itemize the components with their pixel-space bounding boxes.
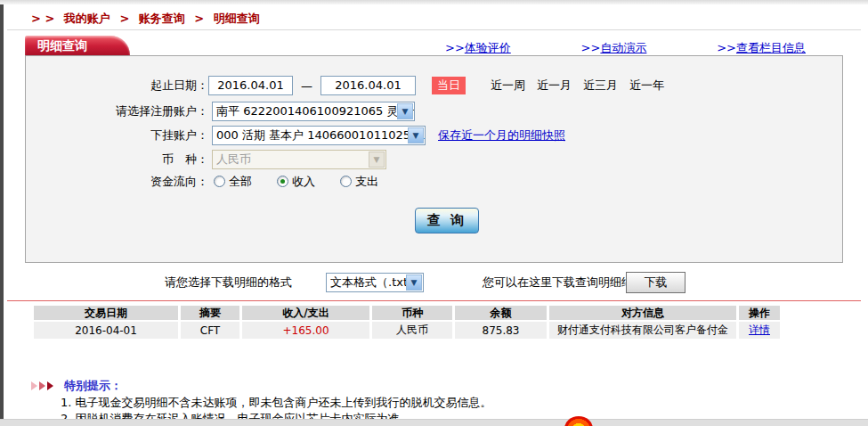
link-prefix: >> [717,41,736,54]
link-label: 自动演示 [600,41,646,54]
special-notice-title: 特别提示： [64,378,122,394]
radio-checked-icon[interactable] [277,176,288,187]
quick-range-options: 近一周 近一月 近三月 近一年 [491,78,664,94]
breadcrumb-separator: > [194,12,204,25]
header-date: 交易日期 [34,306,178,320]
quick-range-today-button[interactable]: 当日 [432,77,466,94]
quick-range-quarter[interactable]: 近三月 [583,78,618,94]
breadcrumb-divider [7,29,861,30]
flow-all-label: 全部 [229,175,252,188]
flow-option-income[interactable]: 收入 [277,174,315,190]
left-border-strip [0,4,4,419]
header-counterparty: 对方信息 [549,306,736,320]
header-links: >>体验评价 >>自动演示 >>查看栏目信息 [445,40,806,56]
download-button[interactable]: 下载 [626,272,685,293]
register-account-value: 南平 6222001406100921065 灵通卡 [216,103,415,119]
flow-income-label: 收入 [292,175,315,188]
flow-expense-label: 支出 [355,175,378,188]
top-border-band [0,0,868,4]
header-currency: 币种 [372,306,452,320]
view-column-info-link[interactable]: >>查看栏目信息 [717,40,806,56]
date-from-input[interactable]: 2016.04.01 [208,76,293,95]
query-form-panel: 起止日期： 2016.04.01 — 2016.04.01 当日 近一周 近一月… [25,55,843,263]
table-header-row: 交易日期 摘要 收入/支出 币种 余额 对方信息 操作 [34,306,783,320]
triangle-arrow-icon [39,381,45,390]
special-notice-header: 特别提示： [31,378,122,394]
table-row: 2016-04-01 CFT +165.00 人民币 875.83 财付通支付科… [34,322,783,339]
date-to-input[interactable]: 2016.04.01 [320,76,416,95]
flow-option-all[interactable]: 全部 [214,174,252,190]
link-label: 查看栏目信息 [736,41,806,54]
breadcrumb-prefix: > > [31,12,54,25]
download-format-select[interactable]: 文本格式（.txt） ▼ [326,273,424,292]
link-prefix: >> [445,41,465,54]
radio-unchecked-icon[interactable] [214,176,225,187]
date-separator: — [301,79,312,93]
cell-currency: 人民币 [372,322,452,339]
cell-counterparty: 财付通支付科技有限公司客户备付金 [549,322,736,339]
bottom-border-strip [0,419,868,426]
cell-summary: CFT [181,322,239,339]
download-format-label: 请您选择下载明细的格式 [165,274,292,291]
currency-label: 币 种： [26,152,208,168]
fund-flow-row: 资金流向： 全部 收入 支出 [26,174,842,190]
link-label: 体验评价 [465,41,511,54]
register-account-label: 请选择注册账户： [26,103,208,119]
query-button[interactable]: 查 询 [415,208,479,233]
cell-amount: +165.00 [242,322,369,339]
register-account-row: 请选择注册账户： 南平 6222001406100921065 灵通卡 ▼ [26,102,842,121]
currency-value: 人民币 [216,152,251,168]
link-prefix: >> [581,41,601,54]
radio-unchecked-icon[interactable] [340,176,352,187]
cell-date: 2016-04-01 [34,322,178,339]
sub-account-label: 下挂账户： [26,127,208,143]
chevron-down-icon: ▼ [369,152,385,168]
breadcrumb-separator: > [119,12,129,25]
header-balance: 余额 [455,306,547,320]
download-hint: 您可以在这里下载查询明细结果 [483,274,645,291]
flame-logo-icon[interactable] [564,416,593,426]
tab-detail-query: 明细查询 [25,36,130,56]
download-row: 请您选择下载明细的格式 文本格式（.txt） ▼ 您可以在这里下载查询明细结果 … [0,272,868,293]
sub-account-select[interactable]: 000 活期 基本户 1406600101102571848 ▼ [212,126,426,145]
fund-flow-label: 资金流向： [26,174,208,190]
save-snapshot-link[interactable]: 保存近一个月的明细快照 [438,127,565,143]
header-amount: 收入/支出 [242,306,369,320]
sub-account-value: 000 活期 基本户 1406600101102571848 [216,127,426,143]
sub-account-row: 下挂账户： 000 活期 基本户 1406600101102571848 ▼ 保… [26,126,842,145]
chevron-down-icon[interactable]: ▼ [397,103,413,119]
breadcrumb-item-account-query[interactable]: 账务查询 [139,12,185,25]
chevron-down-icon[interactable]: ▼ [408,127,424,143]
currency-row: 币 种： 人民币 ▼ [26,150,842,169]
auto-demo-link[interactable]: >>自动演示 [581,40,647,56]
section-divider-red [7,300,861,301]
date-range-row: 起止日期： 2016.04.01 — 2016.04.01 当日 近一周 近一月… [26,76,842,95]
date-range-label: 起止日期： [26,78,208,94]
detail-link[interactable]: 详情 [749,323,770,338]
breadcrumb: > > 我的账户 > 账务查询 > 明细查询 [31,11,260,27]
breadcrumb-item-my-account[interactable]: 我的账户 [64,12,110,25]
notice-line-1: 1. 电子现金交易明细不含未达账项，即未包含商户还未上传到我行的脱机交易信息。 [61,395,492,411]
cell-balance: 875.83 [455,322,547,339]
breadcrumb-item-detail-query: 明细查询 [214,12,260,25]
experience-feedback-link[interactable]: >>体验评价 [445,40,511,56]
header-summary: 摘要 [181,306,239,320]
quick-range-month[interactable]: 近一月 [537,78,572,94]
chevron-down-icon[interactable]: ▼ [406,274,422,291]
triangle-arrow-icon [31,381,37,390]
quick-range-week[interactable]: 近一周 [491,78,525,94]
header-action: 操作 [739,306,780,320]
currency-select: 人民币 ▼ [212,150,386,169]
triangle-arrow-icon [47,381,53,390]
transaction-table: 交易日期 摘要 收入/支出 币种 余额 对方信息 操作 2016-04-01 C… [34,306,783,339]
flow-option-expense[interactable]: 支出 [340,174,378,190]
quick-range-year[interactable]: 近一年 [629,78,664,94]
register-account-select[interactable]: 南平 6222001406100921065 灵通卡 ▼ [212,102,415,121]
